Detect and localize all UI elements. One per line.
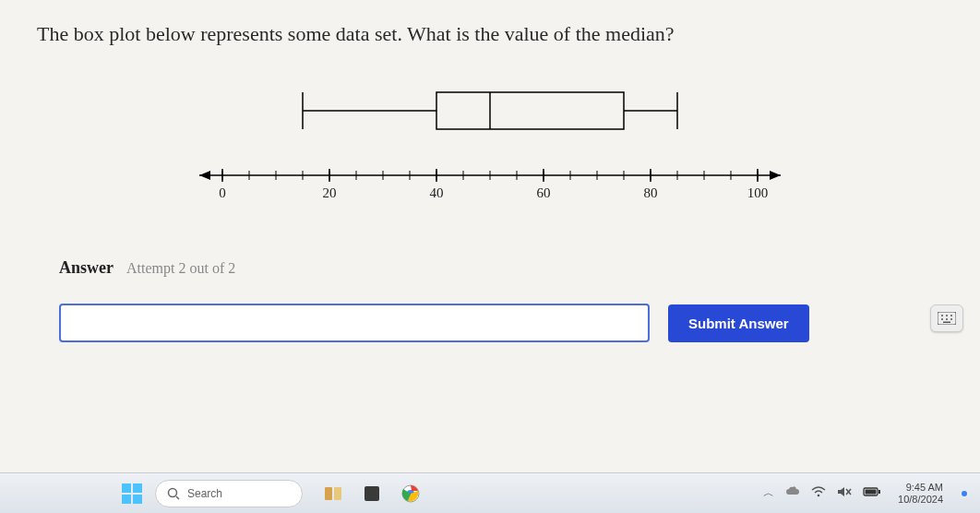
chrome-icon <box>400 483 421 504</box>
svg-text:0: 0 <box>219 185 226 200</box>
cloud-icon[interactable] <box>785 486 800 500</box>
notification-indicator[interactable] <box>960 489 969 498</box>
svg-text:80: 80 <box>644 185 658 200</box>
svg-rect-62 <box>866 490 877 495</box>
svg-rect-49 <box>943 322 950 324</box>
question-text: The box plot below represents some data … <box>37 22 943 46</box>
taskbar-app-3[interactable] <box>399 482 423 506</box>
boxplot-svg: 020406080100 <box>167 74 813 221</box>
svg-rect-53 <box>334 487 341 500</box>
svg-marker-8 <box>770 171 781 180</box>
start-button[interactable] <box>122 483 142 504</box>
svg-marker-7 <box>199 171 210 180</box>
svg-rect-4 <box>436 92 624 129</box>
tray-chevron-up-icon[interactable]: ︿ <box>763 485 774 501</box>
battery-icon[interactable] <box>863 486 881 500</box>
clock-time: 9:45 AM <box>898 482 943 494</box>
search-icon <box>167 487 180 500</box>
keypad-button[interactable] <box>930 304 963 332</box>
taskbar-clock[interactable]: 9:45 AM 10/8/2024 <box>898 482 943 505</box>
svg-text:40: 40 <box>430 185 444 200</box>
svg-point-45 <box>950 315 952 316</box>
clock-date: 10/8/2024 <box>898 494 943 506</box>
answer-input[interactable] <box>59 304 650 342</box>
system-tray: ︿ 9:45 AM 10/8/2024 <box>763 482 969 505</box>
svg-point-46 <box>941 318 943 320</box>
answer-label: Answer <box>59 258 114 278</box>
volume-mute-icon[interactable] <box>837 485 852 501</box>
square-icon <box>363 484 381 503</box>
taskbar-app-2[interactable] <box>360 482 384 506</box>
wifi-icon[interactable] <box>811 486 826 500</box>
search-placeholder: Search <box>187 487 222 500</box>
svg-rect-52 <box>325 487 332 500</box>
svg-point-57 <box>818 495 820 497</box>
svg-text:20: 20 <box>323 185 337 200</box>
svg-point-50 <box>169 488 177 496</box>
keypad-icon <box>938 312 956 325</box>
svg-point-43 <box>941 315 943 316</box>
svg-point-48 <box>950 318 952 320</box>
windows-taskbar: Search ︿ 9:45 AM 10/8/2024 <box>0 472 980 513</box>
svg-point-47 <box>946 318 948 320</box>
attempt-text: Attempt 2 out of 2 <box>126 260 235 277</box>
svg-rect-61 <box>878 490 880 494</box>
book-icon <box>323 483 343 504</box>
taskbar-search[interactable]: Search <box>155 480 303 507</box>
boxplot-chart: 020406080100 <box>167 74 813 221</box>
svg-line-51 <box>176 496 179 499</box>
svg-point-44 <box>946 315 948 316</box>
svg-rect-54 <box>365 486 379 501</box>
taskbar-app-1[interactable] <box>321 482 345 506</box>
submit-answer-button[interactable]: Submit Answer <box>668 304 809 342</box>
svg-text:100: 100 <box>747 185 769 200</box>
svg-text:60: 60 <box>537 185 551 200</box>
